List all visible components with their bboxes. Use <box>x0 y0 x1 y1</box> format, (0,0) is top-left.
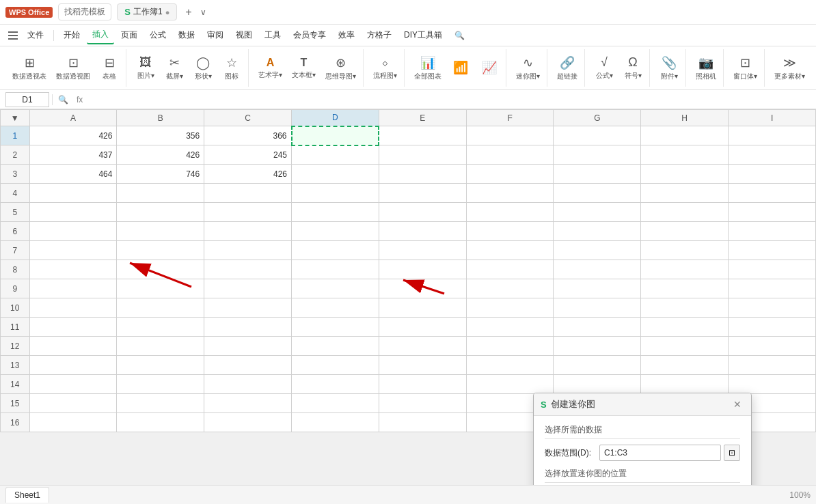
text-box-button[interactable]: T 文本框▾ <box>288 54 320 83</box>
row-header-10[interactable]: 10 <box>1 298 30 318</box>
search-formula-icon[interactable]: 🔍 <box>55 95 71 104</box>
mindmap-button[interactable]: ⊛ 思维导图▾ <box>321 53 360 84</box>
add-tab-button[interactable]: + <box>182 6 194 18</box>
create-sparkline-dialog[interactable]: S 创建迷你图 ✕ 选择所需的数据 数据范围(D): ⊡ 选择放置迷你图的位置 … <box>533 393 752 485</box>
cell-c2[interactable]: 245 <box>204 145 292 165</box>
cell-i1[interactable] <box>729 126 816 145</box>
expand-tabs-button[interactable]: ∨ <box>200 8 206 17</box>
picture-button[interactable]: 🖼 图片▾ <box>132 53 159 83</box>
menu-home[interactable]: 开始 <box>58 27 85 44</box>
row-header-6[interactable]: 6 <box>1 222 30 241</box>
cell-b2[interactable]: 426 <box>117 145 204 165</box>
row-header-16[interactable]: 16 <box>1 413 30 432</box>
cell-g1[interactable] <box>554 126 641 145</box>
cell-e1[interactable] <box>379 126 466 145</box>
cell-a2[interactable]: 437 <box>29 145 117 165</box>
menu-member[interactable]: 会员专享 <box>288 27 331 44</box>
col-header-g[interactable]: G <box>554 110 641 126</box>
formula-tool-button[interactable]: √ 公式▾ <box>590 53 618 83</box>
menu-review[interactable]: 审阅 <box>202 27 229 44</box>
formula-input[interactable] <box>88 92 811 107</box>
cell-d1[interactable] <box>292 126 379 145</box>
row-header-5[interactable]: 5 <box>1 203 30 222</box>
row-header-3[interactable]: 3 <box>1 165 30 184</box>
wps-logo[interactable]: WPS Office <box>5 7 53 18</box>
window-button[interactable]: ⊡ 窗口体▾ <box>729 53 761 84</box>
row-header-1[interactable]: 1 <box>1 126 30 145</box>
col-header-b[interactable]: B <box>117 110 204 126</box>
pivot-chart-button[interactable]: ⊡ 数据透视图 <box>52 53 94 84</box>
hamburger-menu[interactable] <box>5 29 21 42</box>
menu-view[interactable]: 视图 <box>230 27 258 44</box>
col-header-a[interactable]: A <box>29 110 117 126</box>
col-header-c[interactable]: C <box>204 110 292 126</box>
row-header-2[interactable]: 2 <box>1 145 30 165</box>
col-header-h[interactable]: H <box>641 110 729 126</box>
row-header-8[interactable]: 8 <box>1 260 30 279</box>
sheet-tab-1[interactable]: Sheet1 <box>5 487 49 503</box>
row-header-9[interactable]: 9 <box>1 279 30 298</box>
hyperlink-button[interactable]: 🔗 超链接 <box>553 53 582 84</box>
menu-tools[interactable]: 工具 <box>259 27 286 44</box>
icon-button[interactable]: ☆ 图标 <box>218 53 245 84</box>
col-header-e[interactable]: E <box>379 110 466 126</box>
menu-formula[interactable]: 公式 <box>144 27 172 44</box>
symbol-button[interactable]: Ω 符号▾ <box>619 53 647 83</box>
row-header-13[interactable]: 13 <box>1 356 30 375</box>
row-header-15[interactable]: 15 <box>1 394 30 413</box>
menu-page[interactable]: 页面 <box>115 27 143 44</box>
data-range-input[interactable] <box>599 445 721 461</box>
table-button[interactable]: ⊟ 表格 <box>96 53 123 84</box>
cell-h1[interactable] <box>641 126 729 145</box>
row-header-14[interactable]: 14 <box>1 375 30 394</box>
bar-chart-button[interactable]: 📶 <box>447 57 474 79</box>
menu-search[interactable]: 🔍 <box>449 28 470 43</box>
cell-f2[interactable] <box>466 145 554 165</box>
dialog-close-button[interactable]: ✕ <box>731 397 744 411</box>
cell-b3[interactable]: 746 <box>117 165 204 184</box>
row-header-12[interactable]: 12 <box>1 337 30 356</box>
tab-close-icon[interactable]: ● <box>165 8 170 16</box>
data-range-picker-button[interactable]: ⊡ <box>724 445 740 461</box>
cell-c3[interactable]: 426 <box>204 165 292 184</box>
row-header-11[interactable]: 11 <box>1 318 30 337</box>
more-button[interactable]: ≫ 更多素材▾ <box>770 53 809 84</box>
photo-button[interactable]: 📷 照相机 <box>692 53 720 84</box>
cell-d3[interactable] <box>292 165 379 184</box>
cell-e3[interactable] <box>379 165 466 184</box>
cell-a1[interactable]: 426 <box>29 126 117 145</box>
line-chart-button[interactable]: 📈 <box>476 57 503 79</box>
col-header-f[interactable]: F <box>466 110 554 126</box>
cell-h3[interactable] <box>641 165 729 184</box>
cell-a3[interactable]: 464 <box>29 165 117 184</box>
cell-g2[interactable] <box>554 145 641 165</box>
workbook-tab[interactable]: S 工作簿1 ● <box>117 3 177 20</box>
cell-c1[interactable]: 366 <box>204 126 292 145</box>
cell-reference[interactable]: D1 <box>5 92 49 107</box>
menu-data[interactable]: 数据 <box>173 27 200 44</box>
cell-f1[interactable] <box>466 126 554 145</box>
cell-g3[interactable] <box>554 165 641 184</box>
art-text-button[interactable]: A 艺术字▾ <box>254 54 286 83</box>
menu-efficiency[interactable]: 效率 <box>333 27 360 44</box>
cell-e2[interactable] <box>379 145 466 165</box>
screenshot-button[interactable]: ✂ 截屏▾ <box>161 53 188 84</box>
row-header-7[interactable]: 7 <box>1 241 30 260</box>
menu-square-grid[interactable]: 方格子 <box>362 27 397 44</box>
cell-i2[interactable] <box>729 145 816 165</box>
shape-button[interactable]: ◯ 形状▾ <box>189 53 217 84</box>
cell-d2[interactable] <box>292 145 379 165</box>
col-header-i[interactable]: I <box>729 110 816 126</box>
cell-f3[interactable] <box>466 165 554 184</box>
cell-i3[interactable] <box>729 165 816 184</box>
cell-b1[interactable]: 356 <box>117 126 204 145</box>
menu-diy[interactable]: DIY工具箱 <box>398 27 448 44</box>
all-chart-button[interactable]: 📊 全部图表 <box>410 53 446 84</box>
row-header-4[interactable]: 4 <box>1 184 30 203</box>
col-header-d[interactable]: D <box>292 110 379 126</box>
find-template-tab[interactable]: 找稻壳模板 <box>58 3 111 20</box>
sparkline-button[interactable]: ∿ 迷你图▾ <box>512 53 544 84</box>
menu-file[interactable]: 文件 <box>22 27 49 44</box>
menu-insert[interactable]: 插入 <box>87 26 114 44</box>
flowchart-button[interactable]: ⬦ 流程图▾ <box>369 53 401 83</box>
